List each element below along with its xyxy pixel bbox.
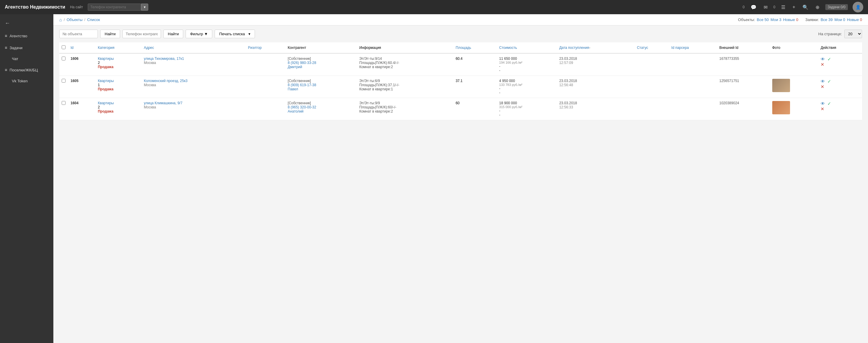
list-icon[interactable]: ☰ xyxy=(781,4,785,10)
address-link[interactable]: улица Климашкина, 9/7 xyxy=(144,101,243,105)
th-address[interactable]: Адрес xyxy=(142,42,245,53)
new-requests-link[interactable]: Новые 0 xyxy=(847,18,862,22)
view-action[interactable]: 👁 xyxy=(820,101,825,106)
back-button[interactable]: ← xyxy=(0,16,53,30)
agent-name-link[interactable]: Дмитрий xyxy=(288,65,354,69)
delete-action[interactable]: ✕ xyxy=(820,106,825,111)
cell-photo xyxy=(770,53,818,76)
new-objects-link[interactable]: Новые 0 xyxy=(783,18,798,22)
th-area[interactable]: Площадь xyxy=(453,42,497,53)
cell-category: Квартиры 2 Продажа xyxy=(95,98,142,120)
view-action[interactable]: 👁 xyxy=(820,57,825,62)
city-label: Москва xyxy=(144,105,243,109)
cell-info: Эт/Эт-ты:6/9 Площадь(П/Ж/К):37.1/-/- Ком… xyxy=(357,76,453,98)
add-icon[interactable]: + xyxy=(793,4,795,10)
th-realtor[interactable]: Риэлтор xyxy=(246,42,285,53)
user-avatar[interactable]: 👤 xyxy=(852,2,863,12)
delete-action[interactable]: ✕ xyxy=(820,62,825,67)
list-breadcrumb[interactable]: Список xyxy=(87,18,100,22)
all-objects-link[interactable]: Все 50 xyxy=(757,18,769,22)
site-link[interactable]: На сайт xyxy=(70,5,83,9)
search-icon[interactable]: 🔍 xyxy=(803,4,808,10)
my-objects-link[interactable]: Мои 3 xyxy=(771,18,781,22)
approve-action[interactable]: ✓ xyxy=(827,57,831,62)
counter-badge: 0 xyxy=(743,5,745,9)
sidebar-agency-label: Агентство xyxy=(9,34,27,38)
info-rooms: Комнат в квартире:2 xyxy=(359,109,393,113)
address-link[interactable]: Коломенский проезд, 25к3 xyxy=(144,79,243,83)
sidebar-item-villages[interactable]: ≡ Поселки/ЖК/БЦ xyxy=(0,64,53,76)
phone-link[interactable]: 8 (926) 980-33-28 xyxy=(288,61,354,65)
th-info: Информация xyxy=(357,42,453,53)
cell-realtor xyxy=(246,98,285,120)
price-dash1: - xyxy=(499,109,555,113)
price-dash1: - xyxy=(499,87,555,91)
view-action[interactable]: 👁 xyxy=(820,79,825,84)
type-link[interactable]: Продажа xyxy=(98,65,114,69)
th-price[interactable]: Стоимость xyxy=(497,42,557,53)
row-checkbox[interactable] xyxy=(62,57,65,61)
sidebar-item-tasks[interactable]: ≡ Задачи xyxy=(0,42,53,54)
find-btn-2[interactable]: Найти xyxy=(163,30,183,38)
main-content: ⌂ / Объекты / Список Объекты: Все 50 Мои… xyxy=(53,14,868,343)
phone-input[interactable] xyxy=(122,30,161,38)
per-page-select[interactable]: 20 50 100 xyxy=(844,30,862,38)
price-per-m2: 133 783 руб./м² xyxy=(499,83,555,87)
filter-btn[interactable]: Фильтр ▼ xyxy=(186,30,212,38)
find-btn-1[interactable]: Найти xyxy=(100,30,120,38)
top-search-input[interactable] xyxy=(88,4,141,11)
row-checkbox[interactable] xyxy=(62,101,65,105)
agent-name-link[interactable]: Анатолий xyxy=(288,109,354,113)
cell-date: 23.03.2018 12:56:33 xyxy=(557,98,634,120)
approve-action[interactable]: ✓ xyxy=(827,101,831,106)
cell-realtor xyxy=(246,53,285,76)
th-status[interactable]: Статус xyxy=(634,42,669,53)
objects-breadcrumb[interactable]: Объекты xyxy=(67,18,83,22)
tasks-label[interactable]: Задачи 0/0 xyxy=(825,4,848,10)
my-requests-link[interactable]: Мои 0 xyxy=(835,18,845,22)
mail-count: 0 xyxy=(773,5,776,9)
cell-status xyxy=(634,76,669,98)
type-link[interactable]: Продажа xyxy=(98,87,114,91)
top-search-dropdown[interactable]: ▾ xyxy=(141,4,148,11)
home-breadcrumb[interactable]: ⌂ xyxy=(59,17,62,22)
price-dash2: - xyxy=(499,113,555,117)
delete-action[interactable]: ✕ xyxy=(820,84,825,89)
phone-link[interactable]: 8 (965) 320-00-32 xyxy=(288,105,354,109)
agent-name-link[interactable]: Павел xyxy=(288,87,354,91)
approve-action[interactable]: ✓ xyxy=(827,79,831,84)
info-floors: Эт/Эт-ты:9/9 xyxy=(359,101,380,105)
th-date[interactable]: Дата поступления↑ xyxy=(557,42,634,53)
th-category[interactable]: Категория xyxy=(95,42,142,53)
cell-ext-id: 1256571751 xyxy=(717,76,770,98)
select-all-checkbox[interactable] xyxy=(62,45,65,49)
cell-photo xyxy=(770,98,818,120)
contractor-type: [Собственник] xyxy=(288,101,354,105)
th-parser-id[interactable]: Id парсера xyxy=(669,42,717,53)
cell-id: 1606 xyxy=(68,53,95,76)
chat-icon[interactable]: 💬 xyxy=(751,4,756,10)
th-actions: Действия xyxy=(818,42,862,53)
sidebar-item-chat[interactable]: Чат xyxy=(0,54,53,64)
phone-link[interactable]: 8 (909) 619-17-38 xyxy=(288,83,354,87)
cell-date: 23.03.2018 12:56:48 xyxy=(557,76,634,98)
print-btn[interactable]: Печать списка ▾ xyxy=(215,30,255,38)
row-checkbox[interactable] xyxy=(62,79,65,83)
sidebar-item-vktoken[interactable]: Vk Token xyxy=(0,76,53,86)
category-link[interactable]: Квартиры xyxy=(98,57,139,61)
table-row: 1604 Квартиры 2 Продажа улица Климашкина… xyxy=(59,98,862,120)
type-link[interactable]: Продажа xyxy=(98,109,114,113)
th-id[interactable]: Id xyxy=(68,42,95,53)
category-link[interactable]: Квартиры xyxy=(98,101,139,105)
all-requests-link[interactable]: Все 39 xyxy=(820,18,833,22)
price-per-m2: 194 166 руб./м² xyxy=(499,61,555,64)
contractor-type: [Собственник] xyxy=(288,57,354,61)
sidebar-item-agency[interactable]: ≡ Агентство xyxy=(0,30,53,42)
add-circle-icon[interactable]: ⊕ xyxy=(815,4,819,10)
per-page-label: На странице: xyxy=(818,32,842,36)
obj-num-input[interactable] xyxy=(59,30,98,38)
address-link[interactable]: улица Тихомирова, 17к1 xyxy=(144,57,243,61)
category-link[interactable]: Квартиры xyxy=(98,79,139,83)
mail-icon[interactable]: ✉ xyxy=(764,4,768,10)
th-photo: Фото xyxy=(770,42,818,53)
